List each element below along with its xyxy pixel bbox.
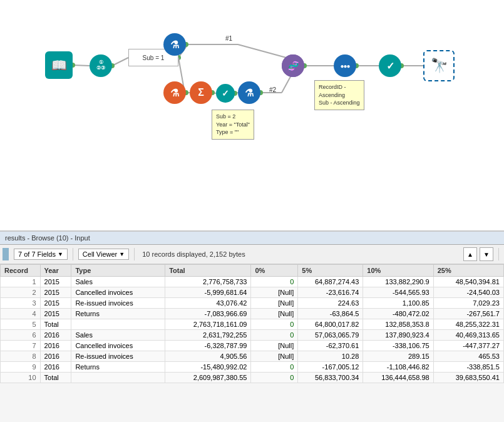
cell-5pct: -167,005.12 [298, 362, 363, 373]
panel-title: results - Browse (10) - Input [5, 234, 90, 242]
dots-icon: ●●● [340, 63, 349, 69]
table-body: 12015Sales2,776,758,733064,887,274.43133… [1, 277, 504, 383]
table-row: 5Total2,763,718,161.09064,800,017.82132,… [1, 319, 504, 330]
filter1-label: Sub = 1 [143, 54, 165, 61]
cell-0pct: [Null] [251, 287, 298, 298]
cell-year: 2015 [40, 287, 71, 298]
cell-25pct: -24,540.03 [433, 287, 503, 298]
cell-25pct: 48,255,322.31 [433, 319, 503, 330]
col-header-type[interactable]: Type [71, 265, 165, 277]
data-table: Record Year Type Total 0% 5% 10% 25% 120… [0, 264, 504, 383]
table-row: 62016Sales2,631,792,255057,063,065.79137… [1, 330, 504, 341]
table-row: 42015Returns-7,083,966.69[Null]-63,864.5… [1, 309, 504, 319]
cell-total: 2,776,758,733 [165, 277, 251, 287]
browse-icon: 🔭 [431, 58, 448, 74]
node-join[interactable]: 🧬 [282, 54, 304, 77]
bottom-panel: results - Browse (10) - Input 7 of 7 Fie… [0, 232, 504, 422]
node-formula3[interactable]: ⚗ [238, 81, 260, 104]
sigma-icon: Σ [198, 87, 204, 98]
node-formula2[interactable]: ⚗ [163, 81, 186, 104]
cell-total: -5,999,681.64 [165, 287, 251, 298]
workflow-canvas: 📖 ①②③ Sub = 1 ⚗ ⚗ Σ ✓ ⚗ 🧬 ●●● ✓ 🔭 [0, 0, 504, 232]
node-formula1[interactable]: ⚗ [163, 33, 186, 56]
up-arrow-icon: ▲ [467, 251, 473, 258]
toolbar: 7 of 7 Fields ▼ Cell Viewer ▼ 10 records… [0, 245, 504, 264]
flask1-icon: ⚗ [170, 39, 179, 51]
cell-record: 7 [1, 341, 41, 351]
svg-line-2 [112, 58, 128, 66]
svg-line-0 [73, 65, 90, 66]
cell-25pct: 39,683,550.41 [433, 373, 503, 383]
nav-up-button[interactable]: ▲ [463, 247, 477, 261]
node-multirow[interactable]: ●●● [334, 54, 356, 77]
col-header-25pct[interactable]: 25% [433, 265, 503, 277]
cell-5pct: -62,370.61 [298, 341, 363, 351]
cell-0pct: 0 [251, 277, 298, 287]
cell-25pct: 40,469,313.65 [433, 330, 503, 341]
sort-tip-line1: RecordID - [319, 83, 360, 91]
nav-down-button[interactable]: ▼ [480, 247, 493, 261]
cell-total: -6,328,787.99 [165, 341, 251, 351]
table-row: 72016Cancelled invoices-6,328,787.99[Nul… [1, 341, 504, 351]
cell-type: Returns [71, 309, 165, 319]
table-header-row: Record Year Type Total 0% 5% 10% 25% [1, 265, 504, 277]
node-recordid[interactable]: ①②③ [90, 54, 112, 77]
panel-header: results - Browse (10) - Input [0, 232, 504, 245]
label-2: #2 [269, 86, 276, 93]
cell-5pct: 64,800,017.82 [298, 319, 363, 330]
down-arrow-icon: ▼ [483, 251, 490, 258]
cell-record: 4 [1, 309, 41, 319]
viewer-button[interactable]: Cell Viewer ▼ [78, 249, 129, 260]
col-header-total[interactable]: Total [165, 265, 251, 277]
node-browse[interactable]: 🔭 [423, 50, 455, 81]
toolbar-divider3 [498, 248, 499, 260]
cell-year: Total [40, 319, 71, 330]
cell-total: -7,083,966.69 [165, 309, 251, 319]
cell-year: 2016 [40, 351, 71, 362]
fields-label: 7 of 7 Fields [18, 250, 56, 258]
col-header-record[interactable]: Record [1, 265, 41, 277]
node-select1[interactable]: ✓ [216, 84, 235, 103]
cell-25pct: -267,561.7 [433, 309, 503, 319]
flask2-icon: ⚗ [170, 87, 179, 99]
sidebar-indicator [3, 248, 9, 260]
cell-total: 2,631,792,255 [165, 330, 251, 341]
cell-type [71, 319, 165, 330]
col-header-0pct[interactable]: 0% [251, 265, 298, 277]
table-row: 92016Returns-15,480,992.020-167,005.12-1… [1, 362, 504, 373]
fields-button[interactable]: 7 of 7 Fields ▼ [14, 249, 68, 260]
cell-25pct: 7,029.23 [433, 298, 503, 309]
cell-0pct: 0 [251, 330, 298, 341]
node-summarize[interactable]: Σ [190, 81, 212, 104]
data-table-wrapper[interactable]: Record Year Type Total 0% 5% 10% 25% 120… [0, 264, 504, 383]
col-header-year[interactable]: Year [40, 265, 71, 277]
cell-10pct: 132,858,353.8 [363, 319, 433, 330]
cell-10pct: 136,444,658.98 [363, 373, 433, 383]
filter2-tip-line1: Sub = 2 [216, 113, 250, 121]
col-header-10pct[interactable]: 10% [363, 265, 433, 277]
table-row: 82016Re-issued invoices4,905.56[Null]10.… [1, 351, 504, 362]
table-row: 32015Re-issued invoices43,076.42[Null]22… [1, 298, 504, 309]
cell-total: 2,763,718,161.09 [165, 319, 251, 330]
cell-total: 4,905.56 [165, 351, 251, 362]
node-select2[interactable]: ✓ [379, 54, 401, 77]
filter2-tip-line3: Type = "" [216, 128, 250, 136]
cell-year: 2016 [40, 341, 71, 351]
cell-25pct: 465.53 [433, 351, 503, 362]
cell-record: 5 [1, 319, 41, 330]
cell-type: Returns [71, 362, 165, 373]
cell-total: 43,076.42 [165, 298, 251, 309]
cell-record: 6 [1, 330, 41, 341]
toolbar-divider2 [134, 248, 135, 260]
flask3-icon: ⚗ [245, 87, 254, 99]
cell-5pct: 57,063,065.79 [298, 330, 363, 341]
node-input[interactable]: 📖 [45, 51, 73, 79]
cell-5pct: -63,864.5 [298, 309, 363, 319]
cell-type: Re-issued invoices [71, 298, 165, 309]
cell-type: Cancelled invoices [71, 287, 165, 298]
cell-0pct: [Null] [251, 341, 298, 351]
col-header-5pct[interactable]: 5% [298, 265, 363, 277]
viewer-chevron-icon: ▼ [119, 251, 125, 257]
check1-icon: ✓ [222, 88, 229, 98]
cell-type [71, 373, 165, 383]
